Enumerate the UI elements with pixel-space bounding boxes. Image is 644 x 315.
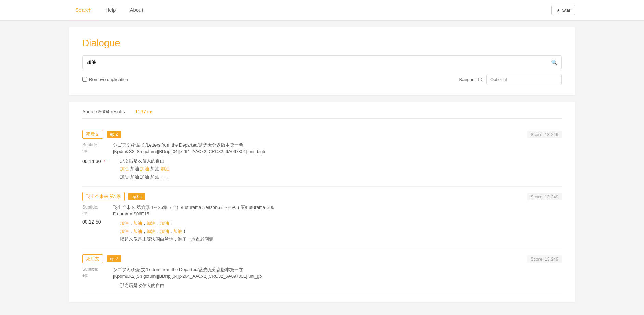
search-row: 🔍 bbox=[82, 55, 562, 69]
detail-labels: Subtitle: ep: bbox=[82, 204, 103, 216]
main-content: Dialogue 🔍 Remove duplication Bangumi ID… bbox=[0, 21, 644, 309]
subtitle-label: Subtitle: bbox=[82, 142, 103, 147]
dialogue-line3: 喝起来像是上等法国白兰地，泡了一点点老阴囊 bbox=[120, 235, 213, 243]
results-meta: About 65604 results 1167 ms bbox=[82, 109, 562, 119]
subtitle-value: シゴフミ/死后文/Letters from the Departed/蓝光无分盘… bbox=[113, 142, 265, 148]
options-row: Remove duplication Bangumi ID: bbox=[82, 74, 562, 85]
dialogue-text: 那之后是收信人的自由 bbox=[120, 281, 164, 289]
result-item: 死后文 ep.2 Score: 13.249 Subtitle: ep: シゴフ… bbox=[82, 124, 562, 187]
anime-tag[interactable]: 飞出个未来 第1季 bbox=[82, 192, 125, 201]
result-item: 死后文 ep.2 Score: 13.249 Subtitle: ep: シゴフ… bbox=[82, 249, 562, 295]
detail-values: 飞出个未来 第六季 1～26集（全）/Futurama Season6 (1~2… bbox=[113, 204, 274, 216]
timestamp: 00:14:30 ← bbox=[82, 157, 110, 165]
remove-duplication-text: Remove duplication bbox=[89, 77, 128, 82]
ep-value: Futurama S06E15 bbox=[113, 211, 274, 216]
result-header-left: 飞出个未来 第1季 ep.06 bbox=[82, 192, 145, 201]
subtitle-label: Subtitle: bbox=[82, 204, 103, 210]
score-badge: Score: 13.249 bbox=[527, 193, 562, 200]
timestamp: 00:12:50 bbox=[82, 219, 110, 225]
nav-help[interactable]: Help bbox=[99, 0, 123, 20]
detail-values: シゴフミ/死后文/Letters from the Departed/蓝光无分盘… bbox=[113, 267, 262, 279]
remove-duplication-label[interactable]: Remove duplication bbox=[82, 77, 128, 82]
ep-value: [Kpdm&X2][Shigofumi][BDrip][04][x264_AAC… bbox=[113, 149, 265, 154]
remove-duplication-checkbox[interactable] bbox=[82, 77, 87, 82]
result-item: 飞出个未来 第1季 ep.06 Score: 13.249 Subtitle: … bbox=[82, 187, 562, 249]
app-title: Dialogue bbox=[82, 38, 562, 49]
search-input[interactable] bbox=[82, 55, 547, 69]
search-icon: 🔍 bbox=[551, 59, 558, 66]
ep-tag: ep.2 bbox=[107, 255, 121, 262]
detail-labels: Subtitle: ep: bbox=[82, 267, 103, 279]
dialogue-text: 加油，加油，加油，加油！ 加油，加油，加油，加油，加油！ 喝起来像是上等法国白兰… bbox=[120, 219, 213, 243]
dialogue-text: 那之后是收信人的自由 加油 加油 加油 加油 加油 加油 加油 加油 加油…… bbox=[120, 157, 170, 181]
bangumi-input[interactable] bbox=[486, 74, 562, 85]
ep-label: ep: bbox=[82, 148, 103, 153]
arrow-icon: ← bbox=[102, 157, 109, 165]
result-header-left: 死后文 ep.2 bbox=[82, 254, 121, 263]
time-row: 00:14:30 ← 那之后是收信人的自由 加油 加油 加油 加油 加油 加油 … bbox=[82, 157, 562, 181]
dialogue-line1: 那之后是收信人的自由 bbox=[120, 281, 164, 289]
nav-links: Search Help About bbox=[69, 0, 150, 20]
time-row: 00:12:50 加油，加油，加油，加油！ 加油，加油，加油，加油，加油！ 喝起… bbox=[82, 219, 562, 243]
results-count: About 65604 results bbox=[82, 109, 125, 114]
result-details: Subtitle: ep: 飞出个未来 第六季 1～26集（全）/Futuram… bbox=[82, 204, 562, 216]
result-header: 飞出个未来 第1季 ep.06 Score: 13.249 bbox=[82, 192, 562, 201]
nav-about[interactable]: About bbox=[123, 0, 150, 20]
navbar: Search Help About ★ Star bbox=[0, 0, 644, 21]
dialogue-line2: 加油，加油，加油，加油，加油！ bbox=[120, 227, 213, 235]
subtitle-label: Subtitle: bbox=[82, 267, 103, 272]
results-time: 1167 ms bbox=[135, 109, 154, 114]
detail-labels: Subtitle: ep: bbox=[82, 142, 103, 154]
detail-values: シゴフミ/死后文/Letters from the Departed/蓝光无分盘… bbox=[113, 142, 265, 154]
bangumi-row: Bangumi ID: bbox=[459, 74, 562, 85]
result-header: 死后文 ep.2 Score: 13.249 bbox=[82, 254, 562, 263]
results-card: About 65604 results 1167 ms 死后文 ep.2 Sco… bbox=[69, 102, 575, 302]
dialogue-line2: 加油 加油 加油 加油 加油 bbox=[120, 165, 170, 173]
search-button[interactable]: 🔍 bbox=[547, 55, 562, 69]
score-badge: Score: 13.249 bbox=[527, 131, 562, 138]
ep-label: ep: bbox=[82, 273, 103, 278]
dialogue-line1: 加油，加油，加油，加油！ bbox=[120, 219, 213, 227]
anime-tag[interactable]: 死后文 bbox=[82, 130, 103, 139]
search-card: Dialogue 🔍 Remove duplication Bangumi ID… bbox=[69, 27, 575, 95]
result-header: 死后文 ep.2 Score: 13.249 bbox=[82, 130, 562, 139]
result-details: Subtitle: ep: シゴフミ/死后文/Letters from the … bbox=[82, 142, 562, 154]
result-details: Subtitle: ep: シゴフミ/死后文/Letters from the … bbox=[82, 267, 562, 279]
nav-search[interactable]: Search bbox=[69, 0, 99, 20]
bangumi-label: Bangumi ID: bbox=[459, 77, 484, 82]
ep-tag: ep.2 bbox=[107, 131, 121, 138]
subtitle-value: 飞出个未来 第六季 1～26集（全）/Futurama Season6 (1~2… bbox=[113, 204, 274, 211]
star-icon: ★ bbox=[556, 8, 560, 13]
dialogue-line1: 那之后是收信人的自由 bbox=[120, 157, 170, 165]
ep-tag: ep.06 bbox=[128, 193, 145, 200]
star-button[interactable]: ★ Star bbox=[551, 5, 575, 15]
anime-tag[interactable]: 死后文 bbox=[82, 254, 103, 263]
subtitle-value: シゴフミ/死后文/Letters from the Departed/蓝光无分盘… bbox=[113, 267, 262, 273]
dialogue-line3: 加油 加油 加油 加油…… bbox=[120, 173, 170, 181]
ep-value: [Kpdm&X2][Shigofumi][BDrip][04][x264_AAC… bbox=[113, 274, 262, 279]
time-row: 那之后是收信人的自由 bbox=[82, 281, 562, 289]
result-header-left: 死后文 ep.2 bbox=[82, 130, 121, 139]
ep-label: ep: bbox=[82, 210, 103, 215]
score-badge: Score: 13.249 bbox=[527, 255, 562, 263]
star-label: Star bbox=[562, 8, 570, 13]
